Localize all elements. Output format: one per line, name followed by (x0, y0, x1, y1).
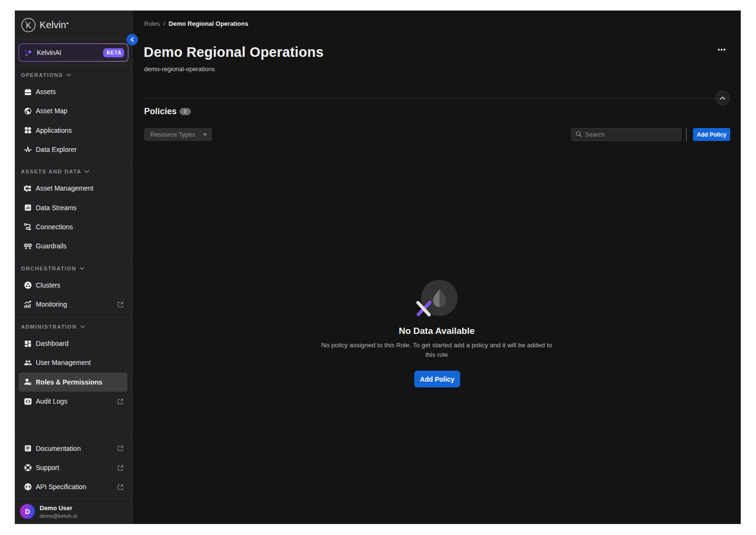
svg-text:K: K (26, 21, 31, 29)
